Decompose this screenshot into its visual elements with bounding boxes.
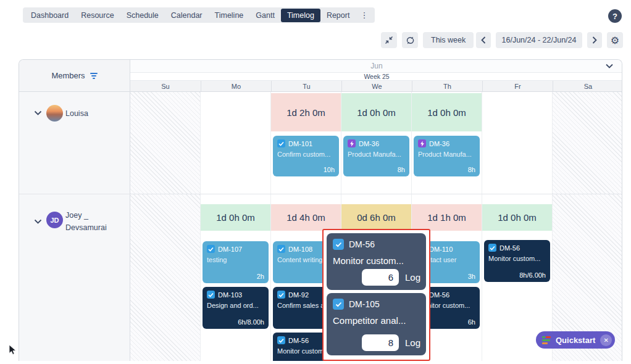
task-key: DM-107 — [218, 246, 242, 253]
task-hours: 8h — [468, 166, 475, 173]
day-header-th: Th — [412, 81, 482, 91]
prev-week-button[interactable] — [476, 32, 491, 48]
day-total-badge: 1d 0h 0m — [341, 93, 411, 131]
task-key: DM-56 — [288, 337, 309, 344]
quickstart-button[interactable]: Quickstart ✕ — [536, 331, 615, 349]
main-tabbar: Dashboard Resource Schedule Calendar Tim… — [23, 7, 375, 23]
task-key: DM-101 — [288, 140, 312, 147]
help-icon[interactable]: ? — [608, 9, 622, 23]
member-cell: Louisa — [19, 92, 130, 194]
task-key: DM-56 — [429, 291, 449, 299]
task-title: testing — [207, 256, 264, 263]
tab-report[interactable]: Report — [320, 9, 356, 22]
timelog-grid: Jun Week 25 Su Mo Tu We Th Fr Sa Members — [19, 59, 622, 361]
task-hours: 6h/8.00h — [238, 318, 264, 326]
tab-timelog[interactable]: Timelog — [281, 9, 320, 22]
task-check-icon — [207, 291, 215, 299]
mouse-cursor — [9, 344, 17, 355]
chevron-left-icon — [481, 36, 486, 44]
cell-mo — [201, 92, 271, 194]
task-hours: 10h — [324, 166, 335, 173]
gear-icon: ⚙ — [611, 35, 619, 46]
next-week-button[interactable] — [587, 32, 602, 48]
this-week-label: This week — [431, 36, 466, 44]
task-card[interactable]: DM-56 Monitor custom... 8h/6.00h — [484, 240, 550, 282]
tabs-more-icon[interactable]: ⋮ — [356, 9, 373, 21]
story-bolt-icon — [418, 139, 426, 147]
task-card[interactable]: DM-101 Confirm custom... 10h — [273, 136, 339, 176]
story-bolt-icon — [348, 139, 356, 147]
date-range-button[interactable]: 16/Jun/24 - 22/Jun/24 — [496, 32, 582, 48]
task-key: DM-105 — [349, 299, 380, 309]
this-week-button[interactable]: This week — [423, 32, 474, 48]
avatar[interactable] — [46, 105, 63, 122]
task-check-icon — [277, 245, 285, 253]
date-range-label: 16/Jun/24 - 22/Jun/24 — [502, 36, 577, 44]
task-check-icon — [207, 245, 215, 253]
day-header-we: We — [341, 81, 412, 91]
hours-input[interactable] — [362, 334, 399, 351]
hours-input[interactable] — [362, 269, 399, 286]
task-card[interactable]: DM-103 Design and ord... 6h/8.00h — [203, 287, 269, 329]
tab-schedule[interactable]: Schedule — [120, 9, 165, 22]
task-check-icon — [277, 139, 285, 147]
task-checkbox-icon[interactable] — [333, 239, 344, 250]
month-header: Jun — [130, 60, 622, 73]
task-key: DM-108 — [288, 246, 312, 253]
members-header: Members — [19, 60, 130, 92]
task-hours: 3h — [468, 273, 475, 280]
cell-sa — [553, 92, 622, 194]
task-card[interactable]: DM-36 Product Manufa... 8h — [414, 136, 480, 176]
day-header-tu: Tu — [271, 81, 341, 91]
task-checkbox-icon[interactable] — [333, 299, 344, 310]
filter-icon[interactable] — [90, 73, 98, 79]
tab-gantt[interactable]: Gantt — [249, 9, 281, 22]
tab-timeline[interactable]: Timeline — [209, 9, 250, 22]
member-cell: JD Joey _ Devsamurai — [19, 194, 130, 361]
row-expand-chevron-icon[interactable] — [34, 219, 42, 225]
log-button[interactable]: Log — [405, 272, 420, 283]
log-work-card: DM-105 Competitor anal... Log — [327, 293, 426, 355]
days-header: Su Mo Tu We Th Fr Sa — [130, 81, 622, 92]
member-name: Joey _ Devsamurai — [65, 209, 107, 234]
day-total-badge: 1d 0h 0m — [412, 93, 482, 131]
task-card[interactable]: DM-107 testing 2h — [203, 241, 269, 283]
day-total-badge: 0d 6h 0m — [341, 204, 411, 231]
task-key: DM-110 — [429, 246, 453, 253]
month-label: Jun — [370, 62, 382, 70]
member-row-joey: 1d 0h 0m 1d 4h 0m 0d 6h 0m 1d 1h 0m 1d 0… — [19, 194, 622, 361]
tab-resource[interactable]: Resource — [75, 9, 120, 22]
refresh-button[interactable] — [402, 32, 418, 48]
tab-dashboard[interactable]: Dashboard — [25, 9, 75, 22]
task-key: DM-92 — [288, 291, 309, 299]
task-card[interactable]: DM-36 Product Manufa... 8h — [343, 136, 409, 176]
task-hours: 2h — [257, 273, 264, 280]
members-label: Members — [51, 71, 85, 80]
row-expand-chevron-icon[interactable] — [34, 110, 42, 116]
cell-su — [130, 194, 201, 361]
day-total-badge: 1d 0h 0m — [201, 204, 270, 231]
member-name: Louisa — [65, 107, 88, 120]
week-label: Week 25 — [364, 73, 389, 80]
day-header-mo: Mo — [201, 81, 271, 91]
collapse-view-button[interactable] — [381, 32, 397, 48]
log-button[interactable]: Log — [405, 337, 420, 348]
avatar[interactable]: JD — [46, 212, 63, 228]
quickstart-logo-icon — [542, 336, 551, 344]
log-work-card: DM-56 Monitor custom... Log — [327, 233, 426, 290]
task-check-icon — [277, 291, 285, 299]
task-key: DM-36 — [429, 140, 449, 147]
task-hours: 6h — [468, 318, 475, 326]
chevron-down-icon[interactable] — [606, 64, 613, 68]
tab-calendar[interactable]: Calendar — [165, 9, 209, 22]
timelog-page: Dashboard Resource Schedule Calendar Tim… — [0, 0, 631, 364]
day-total-badge: 1d 1h 0m — [412, 204, 482, 231]
task-key: DM-36 — [359, 140, 379, 147]
task-key: DM-103 — [218, 291, 242, 299]
task-check-icon — [277, 336, 285, 344]
task-title: Design and ord... — [207, 302, 264, 309]
settings-button[interactable]: ⚙ — [607, 32, 623, 48]
task-key: DM-56 — [499, 244, 520, 252]
log-work-popup: DM-56 Monitor custom... Log DM-105 Compe… — [322, 229, 430, 361]
quickstart-close-icon[interactable]: ✕ — [600, 334, 612, 346]
